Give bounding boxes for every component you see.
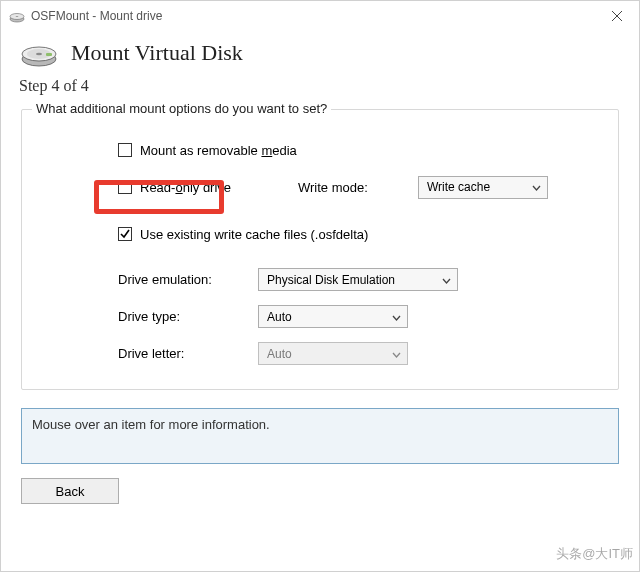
drive-letter-label: Drive letter: bbox=[118, 346, 258, 361]
removable-row: Mount as removable media bbox=[118, 138, 598, 162]
page-title: Mount Virtual Disk bbox=[71, 40, 243, 66]
drive-letter-select: Auto bbox=[258, 342, 408, 365]
write-mode-value: Write cache bbox=[427, 180, 490, 194]
readonly-row: Read-only drive Write mode: Write cache bbox=[118, 174, 598, 200]
group-legend: What additional mount options do you wan… bbox=[32, 101, 331, 116]
drive-letter-row: Drive letter: Auto bbox=[118, 342, 598, 365]
chevron-down-icon bbox=[392, 310, 401, 324]
close-button[interactable] bbox=[594, 1, 639, 31]
write-mode-label: Write mode: bbox=[298, 180, 378, 195]
chevron-down-icon bbox=[392, 347, 401, 361]
drive-emulation-select[interactable]: Physical Disk Emulation bbox=[258, 268, 458, 291]
read-only-checkbox[interactable]: Read-only drive bbox=[118, 180, 258, 195]
drive-type-label: Drive type: bbox=[118, 309, 258, 324]
chevron-down-icon bbox=[532, 180, 541, 194]
drive-emulation-row: Drive emulation: Physical Disk Emulation bbox=[118, 268, 598, 291]
close-icon bbox=[612, 11, 622, 21]
svg-point-8 bbox=[36, 53, 42, 56]
chevron-down-icon bbox=[442, 273, 451, 287]
app-icon bbox=[9, 8, 25, 24]
drive-emulation-value: Physical Disk Emulation bbox=[267, 273, 395, 287]
window-title: OSFMount - Mount drive bbox=[31, 9, 594, 23]
drive-letter-value: Auto bbox=[267, 347, 292, 361]
watermark: 头条@大IT师 bbox=[556, 545, 633, 563]
svg-point-2 bbox=[16, 16, 19, 17]
button-bar: Back bbox=[1, 464, 639, 504]
write-mode-select[interactable]: Write cache bbox=[418, 176, 548, 199]
use-cache-row: Use existing write cache files (.osfdelt… bbox=[118, 222, 598, 246]
use-cache-label: Use existing write cache files (.osfdelt… bbox=[140, 227, 368, 242]
svg-rect-9 bbox=[46, 53, 52, 56]
removable-media-label: Mount as removable media bbox=[140, 143, 297, 158]
drive-type-value: Auto bbox=[267, 310, 292, 324]
info-panel: Mouse over an item for more information. bbox=[21, 408, 619, 464]
step-indicator: Step 4 of 4 bbox=[1, 71, 639, 99]
drive-icon bbox=[19, 37, 59, 69]
drive-type-select[interactable]: Auto bbox=[258, 305, 408, 328]
drive-type-row: Drive type: Auto bbox=[118, 305, 598, 328]
titlebar: OSFMount - Mount drive bbox=[1, 1, 639, 31]
header: Mount Virtual Disk bbox=[1, 31, 639, 71]
removable-media-checkbox[interactable]: Mount as removable media bbox=[118, 143, 297, 158]
back-button[interactable]: Back bbox=[21, 478, 119, 504]
mount-options-group: What additional mount options do you wan… bbox=[21, 109, 619, 390]
drive-emulation-label: Drive emulation: bbox=[118, 272, 258, 287]
info-text: Mouse over an item for more information. bbox=[32, 417, 270, 432]
back-button-label: Back bbox=[56, 484, 85, 499]
read-only-label: Read-only drive bbox=[140, 180, 231, 195]
use-cache-checkbox[interactable]: Use existing write cache files (.osfdelt… bbox=[118, 227, 368, 242]
